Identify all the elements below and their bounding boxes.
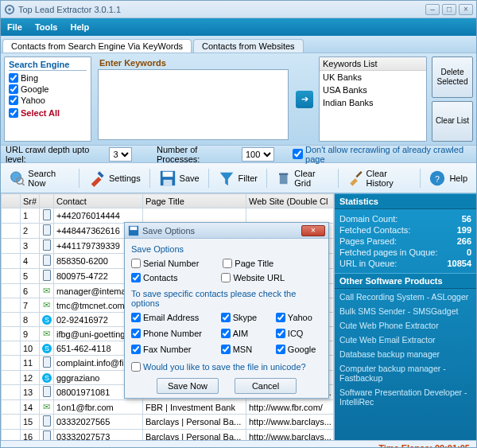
menu-help[interactable]: Help: [70, 22, 89, 32]
phone-icon: [43, 240, 51, 251]
keyword-item[interactable]: UK Banks: [320, 71, 426, 84]
opt-phone-number[interactable]: Phone Number: [131, 329, 208, 338]
col-website[interactable]: Web Site (Double Cl: [246, 194, 334, 208]
cell-website: [246, 208, 334, 224]
tab-websites[interactable]: Contacts from Websites: [193, 39, 304, 53]
cell-page-title: Barclays | Personal Ba...: [143, 415, 246, 430]
titlebar: Top Lead Extractor 3.0.1.1 – □ ×: [1, 1, 476, 18]
processes-select[interactable]: 100: [242, 147, 274, 162]
menu-tools[interactable]: Tools: [35, 22, 58, 32]
tab-search-engine[interactable]: Contacts from Search Engine Via KeyWords: [2, 39, 192, 53]
product-link[interactable]: Computer backup manager - Fastbackup: [339, 364, 471, 383]
svg-rect-9: [279, 173, 288, 174]
clear-list-button[interactable]: Clear List: [432, 101, 473, 142]
dialog-title: Save Options: [142, 226, 301, 236]
dialog-close-button[interactable]: ×: [301, 225, 325, 236]
cell-sr: 15: [21, 415, 40, 430]
engine-google[interactable]: Google: [9, 84, 87, 94]
cell-sr: 7: [21, 298, 40, 313]
col-sr[interactable]: Sr#: [21, 194, 40, 208]
svg-point-1: [8, 8, 11, 11]
product-link[interactable]: Cute Web Email Extractor: [339, 335, 471, 345]
engine-select-all[interactable]: Select All: [9, 108, 87, 118]
phone-icon: [43, 209, 51, 220]
save-button[interactable]: Save: [153, 166, 205, 190]
save-options-dialog: Save Options × Save Options Serial Numbe…: [124, 222, 329, 399]
col-icon[interactable]: [40, 194, 54, 208]
mail-icon: ✉: [43, 300, 50, 310]
cell-sr: 1: [21, 208, 40, 224]
search-now-button[interactable]: Search Now: [4, 166, 76, 191]
top-panels: Search Engine Bing Google Yahoo Select A…: [1, 53, 476, 146]
opt-yahoo[interactable]: Yahoo: [276, 313, 322, 322]
app-title: Top Lead Extractor 3.0.1.1: [18, 5, 425, 14]
opt-unicode[interactable]: Would you like to save the file in unico…: [131, 362, 322, 372]
col-rowheader[interactable]: [2, 194, 21, 208]
cancel-button[interactable]: Cancel: [235, 378, 297, 394]
engine-bing[interactable]: Bing: [9, 73, 87, 83]
cell-sr: 4: [21, 254, 40, 269]
engine-yahoo[interactable]: Yahoo: [9, 95, 87, 105]
product-link[interactable]: Cute Web Phone Extractor: [339, 321, 471, 330]
product-link[interactable]: Software Presentation Developer - Intell…: [339, 388, 471, 407]
table-row[interactable]: 14✉1on1@fbr.comFBR | Investment Bankhttp…: [2, 400, 334, 415]
stat-row: Fetched pages in Quque:0: [339, 247, 471, 257]
product-link[interactable]: Database backup manager: [339, 349, 471, 359]
time-elapse: Time Elapse: 00:01:05: [378, 443, 470, 449]
stat-row: Pages Parsed:266: [339, 236, 471, 246]
opt-serial-number[interactable]: Serial Number: [131, 259, 199, 268]
keywords-input[interactable]: [98, 69, 289, 140]
close-button[interactable]: ×: [459, 4, 473, 15]
opt-email-address[interactable]: Email Address: [131, 313, 208, 322]
delete-selected-button[interactable]: Delete Selected: [432, 56, 473, 98]
keywords-heading: Enter Keywords: [96, 56, 290, 69]
help-button[interactable]: ?Help: [423, 166, 473, 190]
keyword-item[interactable]: Indian Banks: [320, 96, 426, 109]
stat-row: Fetched Contacts:199: [339, 225, 471, 235]
opt-fax-number[interactable]: Fax Number: [131, 345, 208, 354]
opt-skype[interactable]: Skype: [221, 313, 263, 322]
keyword-item[interactable]: USA Banks: [320, 84, 426, 96]
maximize-button[interactable]: □: [442, 4, 456, 15]
other-products-heading: Other Software Products: [335, 273, 476, 289]
save-now-button[interactable]: Save Now: [157, 378, 219, 394]
table-row[interactable]: 1+442076014444: [2, 208, 334, 224]
product-link[interactable]: Call Recording System - ASLogger: [339, 292, 471, 302]
opt-icq[interactable]: ICQ: [276, 329, 322, 338]
stats-heading: Statistics: [335, 193, 476, 209]
opt-website-url[interactable]: Website URL: [221, 273, 285, 282]
window-buttons: – □ ×: [425, 4, 473, 15]
opt-page-title[interactable]: Page Title: [223, 259, 273, 268]
crawl-depth-select[interactable]: 3: [109, 147, 132, 162]
search-engine-heading: Search Engine: [9, 60, 87, 71]
table-row[interactable]: 1503332027565Barclays | Personal Ba...ht…: [2, 415, 334, 430]
cell-page-title: Barclays | Personal Ba...: [143, 430, 246, 441]
settings-button[interactable]: Settings: [83, 166, 146, 190]
product-link[interactable]: Bulk SMS Sender - SMSGadget: [339, 306, 471, 316]
opt-aim[interactable]: AIM: [221, 329, 263, 338]
clear-history-button[interactable]: Clear History: [342, 166, 416, 191]
col-page-title[interactable]: Page Title: [143, 194, 246, 208]
keywords-list[interactable]: UK Banks USA Banks Indian Banks: [320, 71, 426, 141]
opt-google[interactable]: Google: [276, 345, 322, 354]
funnel-icon: [218, 169, 235, 187]
dont-recrawl-checkbox[interactable]: Don't allow recrawling of already crawle…: [293, 145, 471, 164]
cell-sr: 3: [21, 239, 40, 254]
table-row[interactable]: 1603332027573Barclays | Personal Ba...ht…: [2, 430, 334, 441]
clear-grid-button[interactable]: Clear Grid: [270, 166, 335, 191]
dialog-note: To save specific contacts please check t…: [131, 289, 322, 308]
phone-icon: [43, 356, 51, 368]
col-contact[interactable]: Contact: [54, 194, 143, 208]
add-keyword-arrow[interactable]: ➔: [295, 56, 314, 142]
dialog-section-heading: Save Options: [131, 244, 322, 254]
cell-sr: 16: [21, 430, 40, 441]
minimize-button[interactable]: –: [425, 4, 440, 15]
arrow-right-icon: ➔: [296, 91, 313, 108]
filter-button[interactable]: Filter: [212, 166, 263, 190]
menubar: File Tools Help: [1, 18, 476, 36]
opt-msn[interactable]: MSN: [221, 345, 263, 354]
cell-page-title: [143, 208, 246, 224]
tabstrip: Contacts from Search Engine Via KeyWords…: [1, 36, 476, 53]
menu-file[interactable]: File: [7, 22, 22, 32]
opt-contacts[interactable]: Contacts: [131, 273, 177, 282]
